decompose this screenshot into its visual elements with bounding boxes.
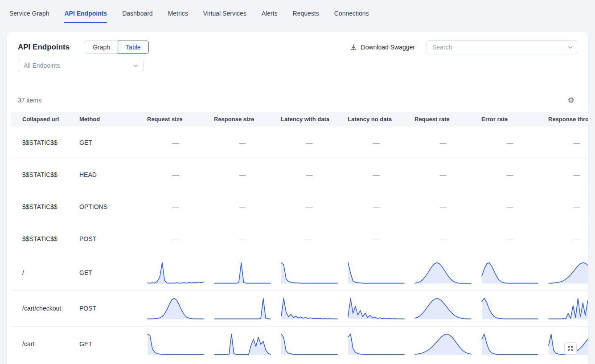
empty-metric: — xyxy=(507,171,513,179)
empty-metric: — xyxy=(574,139,580,146)
column-header-request-rate[interactable]: Request rate xyxy=(414,112,481,127)
nav-tab-requests[interactable]: Requests xyxy=(293,10,319,23)
empty-metric: — xyxy=(373,203,380,211)
metric-cell-latency-no-data xyxy=(348,326,414,362)
table-container: Collapsed urlMethodRequest sizeResponse … xyxy=(11,112,588,362)
column-header-latency-with-data[interactable]: Latency with data xyxy=(281,112,348,127)
metric-cell-response-size xyxy=(214,290,281,326)
endpoint-method-cell: GET xyxy=(79,255,147,290)
endpoint-url-cell: $$STATIC$$ xyxy=(11,159,79,191)
nav-tab-connections[interactable]: Connections xyxy=(334,10,369,23)
nav-tab-metrics[interactable]: Metrics xyxy=(168,10,188,23)
metric-cell-request-size xyxy=(147,326,214,362)
sparkline-request-rate xyxy=(414,260,472,285)
column-header-response-size[interactable]: Response size xyxy=(214,112,281,127)
search-input[interactable] xyxy=(427,40,577,54)
nav-tab-virtual-services[interactable]: Virtual Services xyxy=(203,10,246,23)
endpoint-filter-dropdown[interactable]: All Endpoints xyxy=(18,59,144,72)
column-header-collapsed-url[interactable]: Collapsed url xyxy=(11,112,79,127)
empty-metric: — xyxy=(373,139,380,146)
sparkline-latency-no-data xyxy=(348,331,405,356)
table-row[interactable]: /GET xyxy=(11,255,588,290)
sparkline-response-size xyxy=(214,260,271,285)
table-row[interactable]: $$STATIC$$POST——————— xyxy=(11,223,588,255)
metric-cell-latency-with-data: — xyxy=(281,127,348,159)
sparkline-latency-with-data xyxy=(281,331,338,356)
metric-cell-latency-no-data: — xyxy=(348,191,414,223)
metric-cell-request-size: — xyxy=(147,191,214,223)
metric-cell-latency-no-data xyxy=(348,255,414,290)
table-row[interactable]: $$STATIC$$HEAD——————— xyxy=(11,159,588,191)
table-row[interactable]: /cartGET xyxy=(11,326,588,362)
endpoint-url-cell: $$STATIC$$ xyxy=(11,223,79,255)
sparkline-latency-no-data xyxy=(348,296,405,321)
gear-icon: ⚙ xyxy=(567,97,574,104)
metric-cell-error-rate: — xyxy=(481,127,548,159)
endpoint-url-cell: /cart xyxy=(11,326,79,362)
endpoint-method-cell: POST xyxy=(79,290,147,326)
empty-metric: — xyxy=(306,235,313,243)
graph-view-button[interactable]: Graph xyxy=(85,41,118,54)
table-view-button[interactable]: Table xyxy=(118,41,148,54)
column-header-method[interactable]: Method xyxy=(79,112,147,127)
column-header-error-rate[interactable]: Error rate xyxy=(481,112,548,127)
table-toolbar: 37 items ⚙ xyxy=(18,94,577,107)
sparkline-request-size xyxy=(147,260,204,285)
nav-tab-alerts[interactable]: Alerts xyxy=(262,10,278,23)
endpoint-url-cell: /cart/checkout xyxy=(11,290,79,326)
nav-tab-dashboard[interactable]: Dashboard xyxy=(122,10,153,23)
page-title: API Endpoints xyxy=(18,43,70,52)
column-header-response-throughput[interactable]: Response throughput xyxy=(548,112,588,127)
empty-metric: — xyxy=(239,235,246,243)
sparkline-response-size xyxy=(214,296,271,321)
metric-cell-response-throughput: — xyxy=(548,223,588,255)
empty-metric: — xyxy=(239,139,246,146)
table-row[interactable]: $$STATIC$$GET——————— xyxy=(11,127,588,159)
metric-cell-request-rate xyxy=(414,255,481,290)
metric-cell-error-rate: — xyxy=(481,191,548,223)
metric-cell-request-rate: — xyxy=(414,159,481,191)
endpoint-filter-label: All Endpoints xyxy=(24,62,60,69)
empty-metric: — xyxy=(172,235,179,243)
sparkline-request-rate xyxy=(414,296,472,321)
chevron-down-icon xyxy=(133,63,138,68)
expand-icon xyxy=(567,345,574,352)
download-swagger-button[interactable]: Download Swagger xyxy=(350,44,415,51)
sparkline-latency-no-data xyxy=(348,260,405,285)
metric-cell-latency-no-data: — xyxy=(348,127,414,159)
api-endpoints-card: API Endpoints Graph Table Download Swagg… xyxy=(7,32,588,364)
sparkline-request-rate xyxy=(414,331,472,356)
metric-cell-response-throughput: — xyxy=(548,127,588,159)
sparkline-error-rate xyxy=(481,260,538,285)
nav-tab-service-graph[interactable]: Service Graph xyxy=(9,10,49,23)
metric-cell-request-rate: — xyxy=(414,223,481,255)
download-icon xyxy=(350,44,357,51)
expand-button[interactable] xyxy=(564,342,577,355)
metric-cell-response-throughput xyxy=(548,255,588,290)
endpoint-method-cell: POST xyxy=(79,223,147,255)
settings-button[interactable]: ⚙ xyxy=(565,94,577,106)
metric-cell-response-throughput xyxy=(548,290,588,326)
endpoint-method-cell: HEAD xyxy=(79,159,147,191)
column-header-request-size[interactable]: Request size xyxy=(147,112,214,127)
sparkline-error-rate xyxy=(481,296,538,321)
sparkline-request-size xyxy=(147,296,204,321)
empty-metric: — xyxy=(574,171,580,179)
table-row[interactable]: /cart/checkoutPOST xyxy=(11,290,588,326)
column-header-latency-no-data[interactable]: Latency no data xyxy=(348,112,414,127)
top-nav: Service GraphAPI EndpointsDashboardMetri… xyxy=(0,0,595,23)
endpoint-method-cell: OPTIONS xyxy=(79,191,147,223)
nav-tab-api-endpoints[interactable]: API Endpoints xyxy=(64,10,107,23)
chevron-down-icon[interactable] xyxy=(568,45,573,50)
empty-metric: — xyxy=(172,139,179,146)
empty-metric: — xyxy=(239,171,246,179)
empty-metric: — xyxy=(440,171,447,179)
endpoints-table: Collapsed urlMethodRequest sizeResponse … xyxy=(11,112,588,362)
empty-metric: — xyxy=(507,139,513,146)
empty-metric: — xyxy=(373,235,380,243)
metric-cell-latency-with-data xyxy=(281,255,348,290)
endpoint-url-cell: / xyxy=(11,255,79,290)
metric-cell-request-size: — xyxy=(147,159,214,191)
table-row[interactable]: $$STATIC$$OPTIONS——————— xyxy=(11,191,588,223)
download-swagger-label: Download Swagger xyxy=(361,44,415,51)
